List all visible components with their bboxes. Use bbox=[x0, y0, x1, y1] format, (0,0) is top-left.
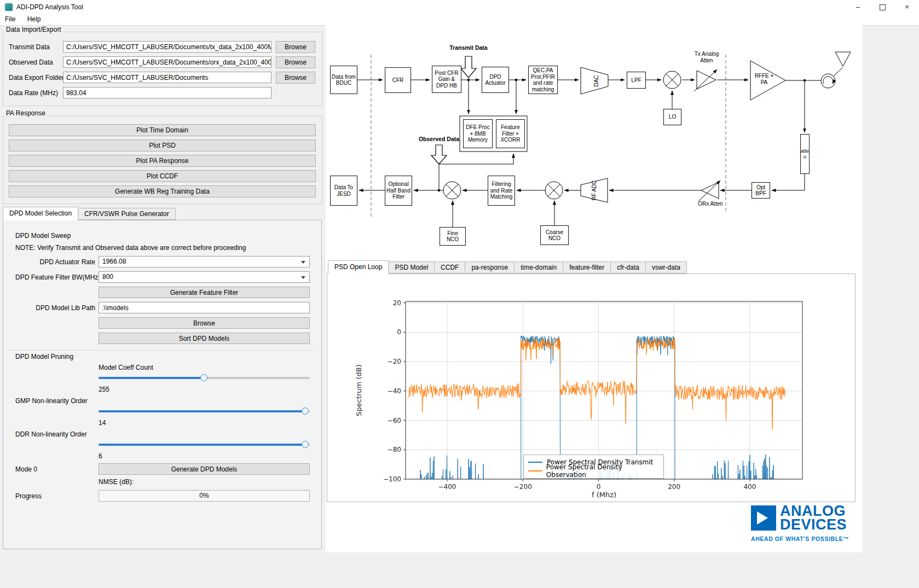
opt-bpf-block: Opt BPF bbox=[752, 182, 770, 199]
fine-nco-block: Fine NCO bbox=[440, 227, 466, 246]
dpd-actuator-block: DPD Actuator bbox=[482, 67, 509, 93]
adi-triangle-icon bbox=[757, 511, 768, 525]
slider-fill bbox=[99, 410, 305, 412]
generate-wb-reg-button[interactable]: Generate WB Reg Training Data bbox=[9, 185, 316, 197]
transmit-data-browse-button[interactable]: Browse bbox=[276, 41, 315, 53]
close-button[interactable]: × bbox=[895, 0, 919, 14]
observed-data-browse-button[interactable]: Browse bbox=[276, 56, 315, 68]
svg-text:−20: −20 bbox=[388, 358, 401, 365]
cfr-block: CFR bbox=[385, 67, 411, 93]
svg-text:f (Mhz): f (Mhz) bbox=[592, 491, 616, 499]
ddr-order-slider[interactable] bbox=[99, 441, 310, 449]
lpf-block: LPF bbox=[627, 72, 646, 89]
model-sweep-note: NOTE: Verify Transmit and Observed data … bbox=[15, 244, 246, 252]
actuator-rate-label: DPD Actuator Rate bbox=[15, 258, 95, 266]
lo-block: LO bbox=[663, 109, 681, 125]
app-window: ADI-DPD Analysis Tool – × File Help Data… bbox=[0, 0, 919, 588]
chevron-down-icon bbox=[301, 276, 305, 279]
model-sweep-title: DPD Model Sweep bbox=[15, 232, 71, 240]
lib-path-input[interactable] bbox=[99, 302, 310, 313]
maximize-button[interactable] bbox=[870, 0, 895, 14]
menu-file[interactable]: File bbox=[0, 14, 20, 25]
feature-bw-value: 800 bbox=[102, 273, 113, 281]
svg-text:−80: −80 bbox=[388, 446, 401, 453]
menu-help[interactable]: Help bbox=[22, 14, 46, 25]
plot-time-domain-button[interactable]: Plot Time Domain bbox=[9, 124, 316, 136]
progress-text: 0% bbox=[199, 492, 209, 499]
tx-analog-atten-label: Tx Analog Atten bbox=[690, 51, 724, 64]
data-rate-input[interactable] bbox=[63, 87, 271, 98]
svg-text:−400: −400 bbox=[438, 483, 456, 491]
generate-feature-filter-button[interactable]: Generate Feature Filter bbox=[99, 287, 310, 298]
slider-handle[interactable] bbox=[302, 407, 309, 415]
half-band-filter-block: Optional Half Band Filter bbox=[385, 176, 412, 206]
nmse-label: NMSE (dB): bbox=[99, 478, 134, 486]
tab-pa-response[interactable]: pa-response bbox=[465, 261, 515, 273]
plot-pa-response-button[interactable]: Plot PA Response bbox=[9, 155, 316, 167]
plot-ccdf-button[interactable]: Plot CCDF bbox=[9, 170, 316, 182]
gmp-order-slider[interactable] bbox=[99, 407, 310, 415]
svg-text:400: 400 bbox=[743, 483, 756, 491]
signal-chain-diagram: DAC RF ADC Data from BDUC CFR Post CFR G… bbox=[327, 25, 856, 260]
tab-vswr-data[interactable]: vswr-data bbox=[645, 261, 687, 273]
slider-fill bbox=[99, 377, 204, 379]
orx-atten-label: ORx Atten bbox=[693, 201, 727, 207]
chevron-down-icon bbox=[301, 261, 305, 264]
plot-tab-bar: PSD Open Loop PSD Model CCDF pa-response… bbox=[328, 261, 686, 273]
adi-logo-icon bbox=[751, 505, 776, 531]
model-coeff-count-label: Model Coeff Count bbox=[99, 364, 153, 371]
left-tab-bar: DPD Model Selection CFR/VSWR Pulse Gener… bbox=[3, 207, 175, 220]
data-import-group-title: Data Import/Export bbox=[4, 26, 63, 33]
title-bar: ADI-DPD Analysis Tool – × bbox=[0, 0, 919, 14]
svg-text:−40: −40 bbox=[388, 387, 401, 395]
minimize-icon: – bbox=[856, 3, 860, 11]
model-coeff-count-value: 255 bbox=[99, 386, 109, 393]
feature-filter-block: Feature Filter + XCORR bbox=[496, 119, 525, 148]
svg-text:200: 200 bbox=[668, 483, 680, 491]
pa-response-group-title: PA Response bbox=[4, 109, 47, 117]
tab-feature-filter[interactable]: feature-filter bbox=[563, 261, 611, 273]
ddr-order-label: DDR Non-linearity Order bbox=[15, 430, 87, 438]
transmit-series-swatch bbox=[528, 462, 542, 463]
actuator-rate-combo[interactable]: 1966.08 bbox=[99, 256, 310, 267]
window-title: ADI-DPD Analysis Tool bbox=[16, 3, 83, 11]
svg-text:−100: −100 bbox=[383, 475, 401, 483]
close-icon: × bbox=[905, 3, 909, 11]
observation-series-label: Power Spectral Density Observation bbox=[546, 463, 659, 479]
tab-psd-open-loop[interactable]: PSD Open Loop bbox=[328, 260, 389, 274]
gmp-order-label: GMP Non-linearity Order bbox=[15, 397, 88, 405]
tab-cfr-vswr-pulse-generator[interactable]: CFR/VSWR Pulse Generator bbox=[78, 208, 176, 220]
tab-dpd-model-selection[interactable]: DPD Model Selection bbox=[3, 207, 78, 220]
generate-dpd-models-button[interactable]: Generate DPD Models bbox=[99, 463, 310, 475]
sort-dpd-models-button[interactable]: Sort DPD Models bbox=[99, 333, 310, 344]
tab-ccdf[interactable]: CCDF bbox=[434, 261, 465, 273]
slider-handle[interactable] bbox=[302, 441, 309, 448]
dfe-proc-block: DFE Proc + 8MB Memory bbox=[463, 119, 493, 148]
svg-text:0: 0 bbox=[397, 328, 401, 336]
transmit-data-input[interactable] bbox=[63, 41, 271, 53]
lib-path-label: DPD Model Lib Path bbox=[15, 304, 95, 312]
logo-tagline: AHEAD OF WHAT'S POSSIBLE™ bbox=[751, 535, 858, 542]
tab-time-domain[interactable]: time-domain bbox=[514, 261, 563, 273]
minimize-button[interactable]: – bbox=[846, 0, 870, 14]
data-export-folder-input[interactable] bbox=[63, 72, 271, 83]
ddr-order-value: 6 bbox=[99, 452, 102, 460]
transmit-data-label: Transmit Data bbox=[9, 43, 50, 51]
plot-psd-button[interactable]: Plot PSD bbox=[9, 139, 316, 152]
progress-bar: 0% bbox=[99, 490, 310, 502]
data-export-folder-browse-button[interactable]: Browse bbox=[276, 72, 315, 84]
tab-cfr-data[interactable]: cfr-data bbox=[610, 261, 646, 273]
data-rate-label: Data Rate (MHz) bbox=[9, 89, 58, 97]
lib-path-browse-button[interactable]: Browse bbox=[99, 317, 310, 329]
slider-handle[interactable] bbox=[200, 374, 207, 381]
data-to-jesd-block: Data To JESD bbox=[330, 176, 357, 206]
model-coeff-count-slider[interactable] bbox=[99, 374, 310, 382]
svg-text:0: 0 bbox=[597, 483, 601, 491]
coarse-nco-block: Coarse NCO bbox=[540, 225, 569, 245]
rffe-pa-label: RFFE + PA bbox=[753, 73, 776, 86]
observed-data-input[interactable] bbox=[63, 56, 271, 68]
analog-devices-logo: ANALOG DEVICES AHEAD OF WHAT'S POSSIBLE™ bbox=[751, 504, 858, 542]
feature-bw-combo[interactable]: 800 bbox=[99, 271, 310, 283]
atten-block: atten bbox=[800, 134, 810, 174]
tab-psd-model[interactable]: PSD Model bbox=[388, 261, 435, 273]
